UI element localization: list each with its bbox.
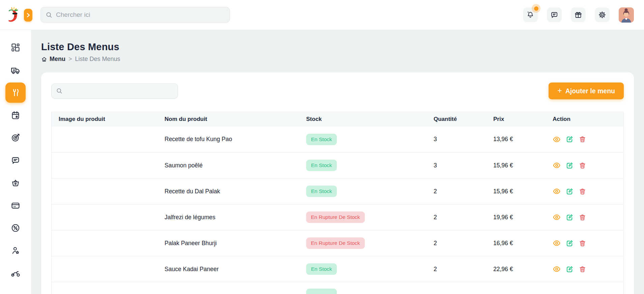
breadcrumb-home[interactable]: Menu [41, 56, 65, 63]
delivery-truck-icon [10, 65, 21, 75]
table-search-input[interactable] [65, 88, 173, 95]
settings-button[interactable] [595, 7, 610, 22]
quantity: 2 [427, 240, 486, 247]
stock-badge: En Rupture De Stock [306, 211, 365, 223]
sidebar-item-staff[interactable] [5, 240, 26, 261]
row-actions [546, 161, 623, 169]
gifts-button[interactable] [571, 7, 586, 22]
view-button[interactable] [553, 187, 561, 195]
table-row: Saumon poêlé En Stock 3 15,96 € [52, 152, 623, 178]
search-icon [56, 88, 63, 94]
row-actions [546, 239, 623, 247]
sidebar-item-messages[interactable] [5, 150, 26, 170]
home-icon [41, 56, 47, 62]
user-star-icon [11, 246, 20, 255]
table-row-partial [52, 282, 623, 294]
logo-box [0, 0, 31, 30]
header-stock: Stock [299, 116, 427, 123]
edit-button[interactable] [566, 239, 574, 247]
quantity: 2 [427, 266, 486, 273]
view-button[interactable] [553, 161, 561, 169]
stock-badge: En Stock [306, 160, 337, 171]
sidebar-item-menus[interactable] [5, 83, 26, 103]
view-button[interactable] [553, 265, 561, 273]
price: 22,96 € [486, 266, 546, 273]
credit-card-icon [11, 201, 20, 210]
sidebar-item-reservations[interactable] [5, 105, 26, 125]
global-search[interactable] [40, 7, 230, 23]
header-price: Prix [486, 116, 546, 123]
row-actions [546, 135, 623, 143]
notifications-button[interactable] [523, 7, 538, 22]
product-name: Palak Paneer Bhurji [157, 240, 299, 247]
stock-badge: En Stock [306, 134, 337, 145]
stock-badge: En Rupture De Stock [306, 237, 365, 249]
page-title: Liste Des Menus [41, 41, 634, 53]
sidebar-item-dashboard[interactable] [5, 37, 26, 58]
sidebar-item-riders[interactable] [5, 263, 26, 283]
stock-badge: En Stock [306, 186, 337, 197]
product-name: Jalfrezi de légumes [157, 214, 299, 221]
table-row: Palak Paneer Bhurji En Rupture De Stock … [52, 230, 623, 256]
row-actions [546, 213, 623, 221]
view-button[interactable] [553, 135, 561, 143]
table-search[interactable] [51, 84, 178, 99]
chili-pepper-logo-icon [6, 6, 21, 23]
sidebar-expand-button[interactable] [24, 9, 32, 22]
motorcycle-icon [10, 268, 21, 278]
card-toolbar: + Ajouter le menu [51, 83, 624, 99]
topbar-actions [523, 7, 634, 23]
product-name: Recette de tofu Kung Pao [157, 136, 299, 143]
search-icon [46, 11, 53, 19]
table-row: Recette de tofu Kung Pao En Stock 3 13,9… [52, 126, 623, 152]
view-button[interactable] [553, 239, 561, 247]
messages-button[interactable] [547, 7, 562, 22]
menu-list-card: + Ajouter le menu Image du produit Nom d… [41, 72, 634, 294]
target-icon [11, 133, 20, 142]
calendar-icon [11, 110, 20, 120]
sidebar-item-payments[interactable] [5, 195, 26, 216]
view-button[interactable] [553, 213, 561, 221]
delete-button[interactable] [579, 188, 586, 195]
sidebar-item-discounts[interactable] [5, 218, 26, 238]
user-avatar[interactable] [619, 7, 634, 23]
bell-icon [526, 11, 534, 19]
delete-button[interactable] [579, 239, 586, 247]
sidebar-item-campaigns[interactable] [5, 128, 26, 148]
chat-icon [11, 156, 20, 165]
table-row: Recette du Dal Palak En Stock 2 15,96 € [52, 178, 623, 204]
sidebar-nav [0, 30, 31, 283]
stock-badge [306, 289, 337, 294]
basket-icon [11, 178, 20, 188]
delete-button[interactable] [579, 135, 586, 143]
breadcrumb-current: Liste Des Menus [75, 56, 120, 63]
delete-button[interactable] [579, 162, 586, 169]
add-menu-button[interactable]: + Ajouter le menu [549, 83, 624, 99]
header-action: Action [546, 116, 623, 123]
breadcrumb-separator: > [68, 56, 72, 63]
edit-button[interactable] [566, 188, 574, 195]
edit-button[interactable] [566, 214, 574, 221]
notification-badge [532, 4, 540, 13]
table-body: Recette de tofu Kung Pao En Stock 3 13,9… [52, 126, 623, 294]
table-header: Image du produit Nom du produit Stock Qu… [52, 112, 623, 126]
product-name: Recette du Dal Palak [157, 188, 299, 195]
edit-button[interactable] [566, 162, 574, 169]
plus-icon: + [557, 86, 562, 95]
delete-button[interactable] [579, 265, 586, 273]
edit-button[interactable] [566, 135, 574, 143]
row-actions [546, 187, 623, 195]
price: 15,96 € [486, 162, 546, 169]
dashboard-icon [11, 43, 20, 52]
gift-icon [574, 11, 582, 19]
menu-table: Image du produit Nom du produit Stock Qu… [51, 112, 624, 294]
delete-button[interactable] [579, 214, 586, 221]
quantity: 3 [427, 136, 486, 143]
edit-button[interactable] [566, 265, 574, 273]
chat-bubble-icon [550, 11, 558, 19]
sidebar-item-orders[interactable] [5, 173, 26, 193]
header-name: Nom du produit [157, 116, 299, 123]
sidebar-item-delivery[interactable] [5, 60, 26, 80]
global-search-input[interactable] [56, 11, 225, 19]
chevron-right-icon [26, 13, 30, 18]
